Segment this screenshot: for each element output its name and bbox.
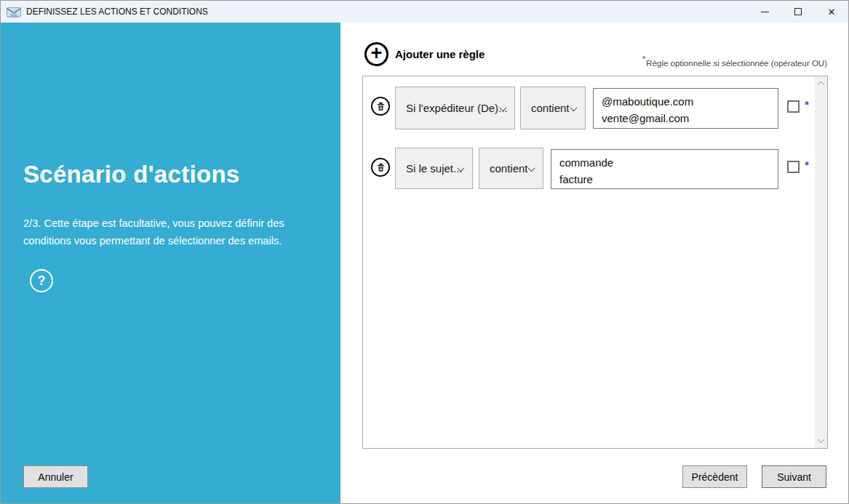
main-area: + Ajouter une règle *Règle optionnelle s… <box>340 23 849 504</box>
close-button[interactable]: ✕ <box>815 1 848 23</box>
step-description: 2/3. Cette étape est facultative, vous p… <box>23 215 291 249</box>
rules-panel: Si l'expéditeur (De)... contient @mabout… <box>362 76 828 449</box>
plus-icon: + <box>364 42 388 66</box>
optional-rule-checkbox[interactable] <box>787 100 800 113</box>
page-title: Scénario d'actions <box>23 161 240 188</box>
maximize-icon <box>794 8 802 15</box>
sidebar: Scénario d'actions 2/3. Cette étape est … <box>1 23 340 504</box>
add-rule-label: Ajouter une règle <box>395 48 485 60</box>
rule-operator-dropdown[interactable]: contient <box>479 148 543 189</box>
optional-rule-note: *Règle optionnelle si sélectionnée (opér… <box>642 55 827 68</box>
optional-rule-checkbox[interactable] <box>787 161 800 173</box>
scroll-down-icon[interactable] <box>818 436 825 444</box>
note-asterisk: * <box>642 55 645 63</box>
next-button[interactable]: Suivant <box>762 465 826 488</box>
add-rule-button[interactable]: + Ajouter une règle <box>364 42 485 66</box>
optional-asterisk: * <box>805 159 809 171</box>
panel-scrollbar[interactable] <box>815 76 827 448</box>
cancel-button[interactable]: Annuler <box>23 465 88 488</box>
dialog-window: DEFINISSEZ LES ACTIONS ET CONDITIONS ✕ S… <box>0 0 849 504</box>
rule-value-input[interactable]: @maboutique.com vente@gmail.com <box>593 88 778 129</box>
scroll-up-icon[interactable] <box>818 81 825 89</box>
app-envelope-icon <box>7 7 21 17</box>
maximize-button[interactable] <box>781 1 815 23</box>
rule-operator-dropdown[interactable]: contient <box>520 87 586 129</box>
delete-rule-button[interactable] <box>371 97 390 116</box>
minimize-icon <box>761 12 769 12</box>
optional-asterisk: * <box>805 98 809 111</box>
chevron-down-icon <box>528 164 535 172</box>
question-mark-icon: ? <box>38 273 46 289</box>
close-icon: ✕ <box>828 7 836 17</box>
rule-field-dropdown[interactable]: Si l'expéditeur (De)... <box>395 87 515 129</box>
help-button[interactable]: ? <box>30 269 53 292</box>
delete-rule-button[interactable] <box>371 158 390 177</box>
rule-value-input[interactable]: commande facture <box>551 149 778 189</box>
window-title: DEFINISSEZ LES ACTIONS ET CONDITIONS <box>26 7 208 17</box>
previous-button[interactable]: Précèdent <box>682 465 747 488</box>
trash-icon <box>375 162 386 173</box>
minimize-button[interactable] <box>748 1 781 23</box>
trash-icon <box>375 101 386 112</box>
title-bar: DEFINISSEZ LES ACTIONS ET CONDITIONS ✕ <box>1 1 848 23</box>
chevron-down-icon <box>570 104 578 111</box>
rule-field-dropdown[interactable]: Si le sujet... <box>395 148 473 189</box>
